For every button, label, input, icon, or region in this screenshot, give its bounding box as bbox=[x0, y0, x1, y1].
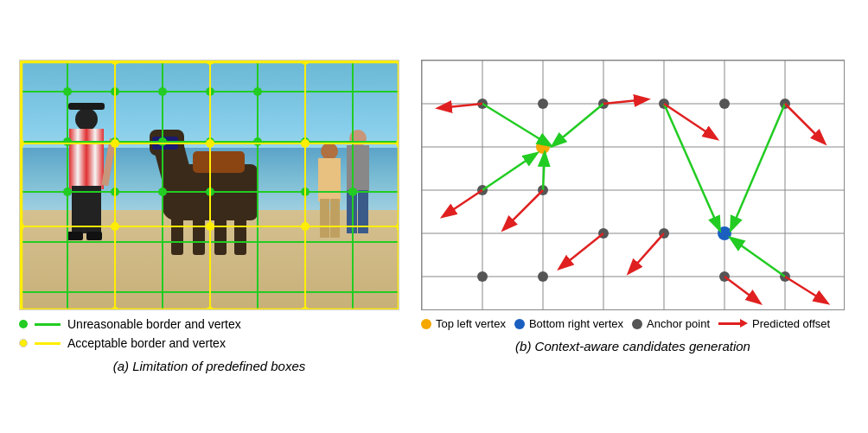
svg-line-99 bbox=[603, 99, 647, 104]
diagram bbox=[421, 60, 845, 310]
left-caption: (a) Limitation of predefined boxes bbox=[113, 359, 306, 373]
svg-point-52 bbox=[206, 222, 214, 231]
svg-line-105 bbox=[724, 277, 759, 302]
yellow-legend-label: Acceptable border and vertex bbox=[67, 336, 226, 350]
svg-point-46 bbox=[111, 139, 119, 148]
svg-point-29 bbox=[348, 188, 357, 196]
legend-item-green: Unreasonable border and vertex bbox=[19, 317, 408, 331]
gray-dot-icon bbox=[632, 319, 642, 329]
svg-point-48 bbox=[301, 139, 310, 148]
svg-line-104 bbox=[785, 277, 827, 302]
left-legend: Unreasonable border and vertex Acceptabl… bbox=[10, 317, 408, 350]
svg-point-15 bbox=[158, 87, 167, 96]
svg-point-40 bbox=[20, 60, 24, 65]
svg-point-18 bbox=[63, 137, 72, 146]
svg-point-17 bbox=[253, 87, 262, 96]
yellow-dot-icon bbox=[19, 339, 28, 347]
green-line-icon bbox=[35, 323, 61, 326]
svg-line-92 bbox=[553, 104, 603, 145]
svg-line-96 bbox=[731, 104, 785, 229]
svg-point-42 bbox=[206, 60, 214, 65]
blue-dot-label: Bottom right vertex bbox=[529, 317, 623, 330]
svg-point-51 bbox=[111, 222, 119, 231]
svg-point-47 bbox=[206, 139, 214, 148]
svg-point-13 bbox=[63, 87, 72, 96]
anchor-label: Anchor point bbox=[647, 317, 710, 330]
legend-item-blue: Bottom right vertex bbox=[514, 317, 623, 330]
svg-point-41 bbox=[111, 60, 119, 65]
svg-point-56 bbox=[111, 307, 119, 309]
green-dot-icon bbox=[19, 320, 28, 328]
svg-point-58 bbox=[301, 307, 310, 309]
svg-point-76 bbox=[538, 99, 548, 109]
svg-point-79 bbox=[719, 99, 730, 109]
svg-point-24 bbox=[63, 188, 72, 196]
blue-dot-icon bbox=[514, 319, 525, 329]
left-panel: Unreasonable border and vertex Acceptabl… bbox=[10, 60, 408, 373]
svg-point-49 bbox=[396, 139, 399, 148]
svg-point-26 bbox=[158, 188, 167, 196]
svg-point-22 bbox=[253, 137, 262, 146]
svg-line-101 bbox=[504, 190, 543, 229]
right-caption: (b) Context-aware candidates generation bbox=[515, 339, 750, 353]
offset-label: Predicted offset bbox=[752, 317, 830, 330]
legend-item-orange: Top left vertex bbox=[421, 317, 506, 330]
right-panel: Top left vertex Bottom right vertex Anch… bbox=[417, 60, 849, 353]
svg-line-100 bbox=[444, 190, 482, 216]
svg-line-97 bbox=[731, 239, 785, 277]
svg-point-20 bbox=[158, 137, 167, 146]
orange-dot-icon bbox=[421, 319, 431, 329]
svg-point-57 bbox=[206, 307, 214, 309]
svg-point-53 bbox=[301, 222, 310, 231]
main-container: Unreasonable border and vertex Acceptabl… bbox=[10, 60, 858, 373]
legend-item-anchor: Anchor point bbox=[632, 317, 710, 330]
orange-dot-label: Top left vertex bbox=[436, 317, 506, 330]
svg-point-87 bbox=[477, 271, 488, 282]
svg-line-107 bbox=[629, 233, 664, 272]
svg-point-43 bbox=[301, 60, 310, 65]
svg-point-54 bbox=[396, 222, 399, 231]
svg-line-103 bbox=[785, 104, 824, 143]
svg-line-93 bbox=[482, 154, 536, 190]
legend-item-yellow: Acceptable border and vertex bbox=[19, 336, 408, 350]
svg-point-45 bbox=[20, 139, 24, 148]
svg-line-106 bbox=[560, 233, 603, 268]
beach-image bbox=[19, 60, 399, 310]
legend-item-offset: Predicted offset bbox=[718, 317, 830, 330]
yellow-line-icon bbox=[35, 342, 61, 345]
svg-point-88 bbox=[538, 271, 548, 282]
svg-line-98 bbox=[439, 104, 482, 108]
right-legend: Top left vertex Bottom right vertex Anch… bbox=[417, 317, 849, 330]
svg-line-91 bbox=[482, 104, 550, 145]
green-legend-label: Unreasonable border and vertex bbox=[67, 317, 241, 331]
svg-point-50 bbox=[20, 222, 24, 231]
